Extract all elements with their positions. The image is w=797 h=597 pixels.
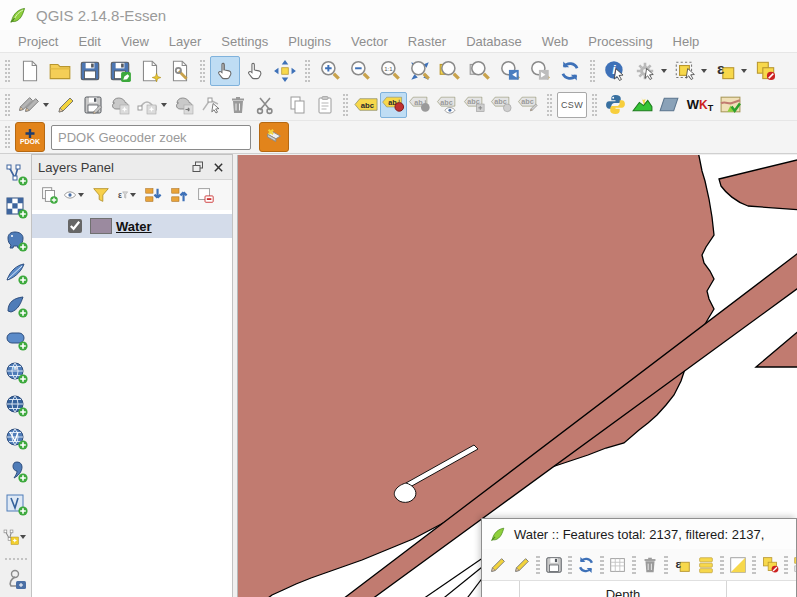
copy-features-button[interactable] <box>284 92 311 118</box>
zoom-to-selection-button[interactable] <box>465 56 495 86</box>
select-features-dropdown[interactable] <box>701 69 707 73</box>
wkt-tool-button[interactable]: WKT <box>683 92 717 118</box>
attr-delete-features-button[interactable] <box>638 553 662 577</box>
add-oracle-layer-button[interactable] <box>2 325 29 352</box>
new-layer-dropdown[interactable] <box>20 535 26 539</box>
add-delimited-text-layer-button[interactable] <box>2 457 29 484</box>
add-wcs-layer-button[interactable] <box>2 391 29 418</box>
menu-project[interactable]: Project <box>8 34 68 49</box>
toolbar-handle[interactable] <box>592 94 597 116</box>
filter-legend-button[interactable] <box>88 182 114 208</box>
select-expression-dropdown[interactable] <box>741 69 747 73</box>
save-layer-edits-button[interactable] <box>79 92 106 118</box>
map-pin-button[interactable] <box>2 566 29 593</box>
toolbar-handle[interactable] <box>305 60 310 82</box>
menu-edit[interactable]: Edit <box>68 34 110 49</box>
zoom-native-button[interactable]: 1:1 <box>375 56 405 86</box>
layers-panel-header[interactable]: Layers Panel <box>32 155 232 180</box>
save-project-button[interactable] <box>75 56 105 86</box>
toggle-editing-button[interactable] <box>52 92 79 118</box>
new-project-button[interactable] <box>15 56 45 86</box>
pan-map-button[interactable] <box>240 56 270 86</box>
zoom-full-button[interactable] <box>405 56 435 86</box>
run-feature-action-button[interactable] <box>630 56 660 86</box>
attr-toggle-editing-button[interactable] <box>486 553 510 577</box>
add-raster-layer-button[interactable] <box>2 193 29 220</box>
label-properties-button[interactable]: abc <box>488 92 515 118</box>
highlight-pinned-labels-button[interactable]: ab <box>407 92 434 118</box>
node-tool-button[interactable] <box>197 92 224 118</box>
menu-layer[interactable]: Layer <box>159 34 212 49</box>
toolbar-handle[interactable] <box>343 94 348 116</box>
python-console-button[interactable] <box>602 92 629 118</box>
menu-plugins[interactable]: Plugins <box>278 34 341 49</box>
column-header-depth[interactable]: Depth <box>520 581 727 597</box>
pan-to-selection-button[interactable] <box>270 56 300 86</box>
add-wms-layer-button[interactable]: ≋ <box>2 358 29 385</box>
deselect-all-button[interactable] <box>750 56 780 86</box>
remove-layer-button[interactable] <box>192 182 218 208</box>
add-circular-string-button[interactable] <box>133 92 160 118</box>
menu-raster[interactable]: Raster <box>398 34 456 49</box>
zoom-next-button[interactable] <box>525 56 555 86</box>
attr-deselect-all-button[interactable] <box>758 553 782 577</box>
open-project-button[interactable] <box>45 56 75 86</box>
add-postgis-layer-button[interactable] <box>2 226 29 253</box>
menu-web[interactable]: Web <box>532 34 579 49</box>
row-number-header[interactable] <box>482 581 520 597</box>
add-group-button[interactable] <box>36 182 62 208</box>
attr-select-expression-button[interactable]: ε <box>670 553 694 577</box>
toolbar-handle[interactable] <box>5 94 10 116</box>
zoom-last-button[interactable] <box>495 56 525 86</box>
toolbar-handle[interactable] <box>590 60 595 82</box>
collapse-all-button[interactable] <box>166 182 192 208</box>
filter-expression-dropdown[interactable] <box>130 193 136 197</box>
add-vector-layer-button[interactable] <box>2 160 29 187</box>
attr-invert-selection-button[interactable] <box>726 553 750 577</box>
panel-float-button[interactable] <box>190 159 206 175</box>
toolbar-handle[interactable] <box>5 60 10 82</box>
title-bar[interactable]: QGIS 2.14.8-Essen <box>0 0 797 30</box>
layer-item-water[interactable]: Water <box>32 214 232 238</box>
attr-save-edits-button[interactable] <box>542 553 566 577</box>
add-feature-button[interactable] <box>106 92 133 118</box>
geocoder-search-input[interactable] <box>51 125 251 150</box>
menu-settings[interactable]: Settings <box>211 34 278 49</box>
move-label-button[interactable]: abc <box>461 92 488 118</box>
toolbar-handle[interactable] <box>200 60 205 82</box>
add-mssql-layer-button[interactable] <box>2 292 29 319</box>
toolbar-handle[interactable] <box>5 126 10 148</box>
paste-features-button[interactable] <box>311 92 338 118</box>
parallelogram-tool-button[interactable] <box>656 92 683 118</box>
menu-view[interactable]: View <box>111 34 159 49</box>
touch-zoom-button[interactable] <box>210 56 240 86</box>
processing-polygon-button[interactable] <box>629 92 656 118</box>
select-features-button[interactable] <box>670 56 700 86</box>
save-project-as-button[interactable] <box>105 56 135 86</box>
attr-reload-button[interactable] <box>574 553 598 577</box>
show-hide-labels-button[interactable]: abc <box>434 92 461 118</box>
panel-close-button[interactable] <box>210 159 226 175</box>
current-edits-dropdown[interactable] <box>43 103 49 107</box>
select-by-expression-button[interactable]: ε <box>710 56 740 86</box>
layer-visibility-checkbox[interactable] <box>68 219 82 233</box>
feature-action-dropdown[interactable] <box>661 69 667 73</box>
delete-selected-button[interactable] <box>224 92 251 118</box>
add-virtual-layer-button[interactable] <box>2 490 29 517</box>
add-wfs-layer-button[interactable] <box>2 424 29 451</box>
move-feature-button[interactable] <box>170 92 197 118</box>
cut-features-button[interactable] <box>251 92 278 118</box>
zoom-out-button[interactable] <box>345 56 375 86</box>
visibility-dropdown[interactable] <box>78 193 84 197</box>
attr-select-all-button[interactable] <box>694 553 718 577</box>
composer-manager-button[interactable] <box>165 56 195 86</box>
zoom-to-layer-button[interactable] <box>435 56 465 86</box>
attr-multiedit-button[interactable] <box>510 553 534 577</box>
menu-processing[interactable]: Processing <box>578 34 662 49</box>
attr-move-selection-top-button[interactable] <box>790 553 796 577</box>
zoom-in-button[interactable] <box>315 56 345 86</box>
add-spatialite-layer-button[interactable] <box>2 259 29 286</box>
toolbar-handle[interactable] <box>547 94 552 116</box>
menu-database[interactable]: Database <box>456 34 532 49</box>
pdok-clear-button[interactable] <box>259 122 289 152</box>
